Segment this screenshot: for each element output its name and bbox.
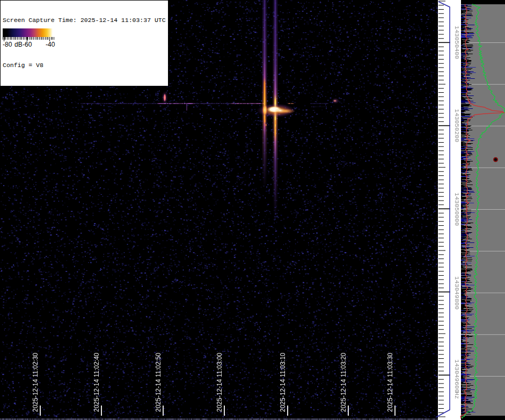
db-unit-label: dB [14,41,23,48]
frequency-label: 143049600 [453,359,460,393]
time-label: 2025-12-14 11:02:40 [93,352,100,412]
time-tick [394,406,396,416]
frequency-label: 143050000 [453,193,460,226]
intensity-color-scale: -80 dB -60 -40 [3,28,55,49]
spectrum-marker-dot [493,157,498,162]
spectrum-monitor-screen: Screen Capture Time: 2025-12-14 11:03:37… [0,0,505,420]
db-max-label: -40 [46,41,55,48]
time-label: 2025-12-14 11:03:10 [279,352,287,412]
time-label: 2025-12-14 11:03:00 [216,352,223,412]
frequency-label: 143049800 [453,276,460,310]
time-tick [287,406,288,416]
time-label: 2025-12-14 11:03:30 [386,352,394,412]
time-label: 2025-12-14 11:02:50 [155,352,162,412]
config-text: Config = V8 [3,62,166,69]
frequency-unit-label: Hz [453,392,460,399]
time-tick [224,406,225,416]
color-scale-gradient [3,28,55,37]
time-tick [101,406,102,416]
time-label: 2025-12-14 11:02:30 [32,352,39,412]
time-label: 2025-12-14 11:03:20 [340,352,347,412]
time-tick [163,406,164,416]
db-mid-label: -60 [23,41,32,48]
frequency-label: 143050200 [453,109,460,142]
time-tick [348,406,349,416]
capture-time-text: Screen Capture Time: 2025-12-14 11:03:37… [3,17,166,24]
color-scale-ticks [3,37,55,40]
time-tick [40,406,41,416]
frequency-label: 143050400 [453,26,460,59]
db-min-label: -80 [3,41,12,48]
